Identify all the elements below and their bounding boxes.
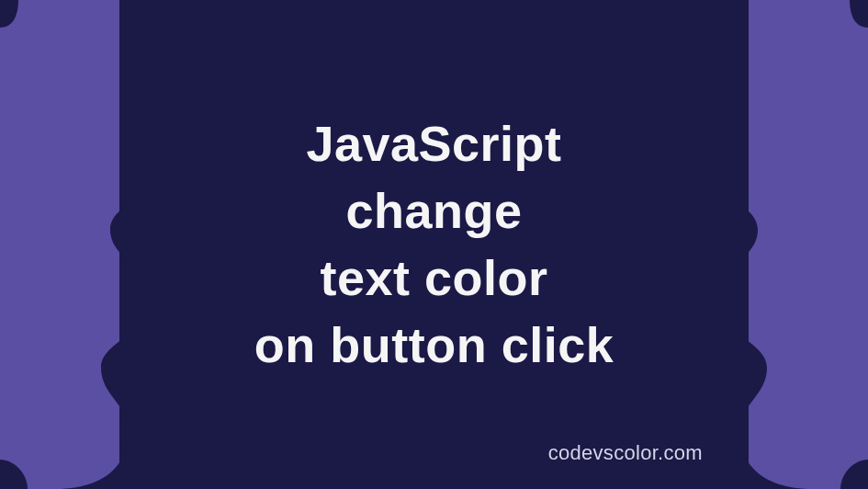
title-line-3: text color — [320, 250, 547, 305]
title-line-2: change — [345, 183, 522, 238]
title-line-4: on button click — [254, 317, 614, 372]
wavy-blob-left — [0, 0, 257, 489]
title-line-1: JavaScript — [306, 116, 561, 171]
wavy-blob-right — [611, 0, 868, 489]
banner-title: JavaScript change text color on button c… — [254, 110, 614, 379]
banner-graphic: JavaScript change text color on button c… — [0, 0, 868, 489]
site-watermark: codevscolor.com — [548, 441, 703, 465]
